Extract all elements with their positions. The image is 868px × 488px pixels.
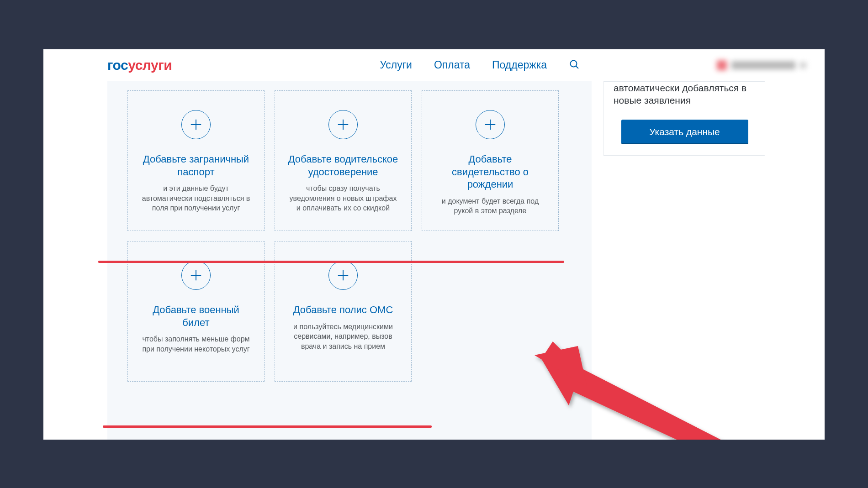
- plus-icon: [476, 110, 505, 139]
- avatar: [717, 60, 727, 70]
- user-name-blurred: [731, 61, 795, 69]
- logo[interactable]: гос услуги: [107, 58, 172, 73]
- doc-card-desc: и документ будет всегда под рукой в этом…: [434, 196, 546, 216]
- doc-card-title: Добавьте свидетельство о рождении: [434, 153, 546, 191]
- search-icon[interactable]: [569, 59, 580, 72]
- sidebar-info-card: автоматически добавляться в новые заявле…: [603, 81, 765, 156]
- user-menu-icon: [800, 62, 806, 68]
- specify-data-button[interactable]: Указать данные: [621, 120, 748, 144]
- doc-card-driver-license[interactable]: Добавьте водительское удостоверение чтоб…: [275, 90, 412, 231]
- logo-part-uslugi: услуги: [128, 58, 172, 73]
- svg-line-1: [576, 66, 579, 68]
- annotation-underline-1: [98, 261, 564, 263]
- plus-icon: [328, 261, 358, 290]
- nav-support[interactable]: Поддержка: [492, 59, 547, 71]
- sidebar-info-text: автоматически добавляться в новые заявле…: [614, 82, 756, 107]
- doc-card-title: Добавьте водительское удостоверение: [287, 153, 399, 178]
- plus-icon: [181, 261, 211, 290]
- browser-window: гос услуги Услуги Оплата Поддержка: [43, 49, 825, 440]
- doc-card-desc: чтобы заполнять меньше форм при получени…: [140, 334, 252, 354]
- plus-icon: [181, 110, 211, 139]
- doc-card-birth-certificate[interactable]: Добавьте свидетельство о рождении и доку…: [422, 90, 559, 231]
- logo-part-gos: гос: [107, 58, 128, 73]
- svg-point-0: [571, 60, 577, 67]
- header: гос услуги Услуги Оплата Поддержка: [43, 49, 825, 81]
- content: Добавьте заграничный паспорт и эти данны…: [43, 81, 825, 440]
- nav-payment[interactable]: Оплата: [434, 59, 470, 71]
- user-account-area[interactable]: [717, 60, 806, 70]
- nav-services[interactable]: Услуги: [380, 59, 412, 71]
- plus-icon: [328, 110, 358, 139]
- doc-card-title: Добавьте заграничный паспорт: [140, 153, 252, 178]
- main-nav: Услуги Оплата Поддержка: [380, 59, 580, 72]
- doc-card-title: Добавьте военный билет: [140, 304, 252, 329]
- doc-card-desc: чтобы сразу получать уведомления о новых…: [287, 184, 399, 213]
- doc-card-foreign-passport[interactable]: Добавьте заграничный паспорт и эти данны…: [127, 90, 265, 231]
- annotation-underline-2: [103, 425, 432, 428]
- doc-card-desc: и эти данные будут автоматически подстав…: [140, 184, 252, 213]
- cards-row-1: Добавьте заграничный паспорт и эти данны…: [127, 90, 572, 231]
- doc-card-title: Добавьте полис ОМС: [293, 304, 393, 316]
- doc-card-desc: и пользуйтесь медицинскими сервисами, на…: [287, 322, 399, 352]
